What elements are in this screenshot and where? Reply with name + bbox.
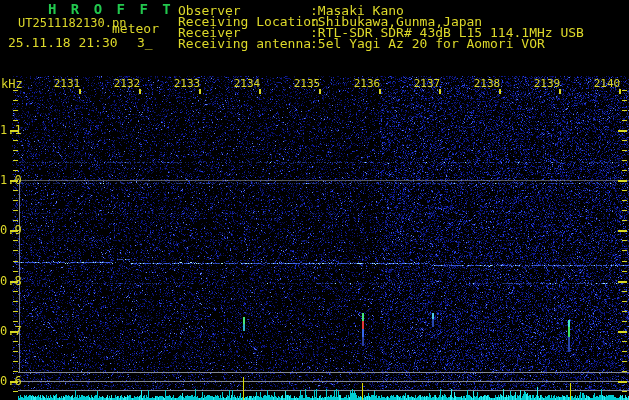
y-axis-unit-label: kHz xyxy=(1,77,23,91)
info-label-antenna: Receiving antenna xyxy=(178,36,311,51)
x-axis-label: 2139 xyxy=(531,77,563,90)
x-axis-label: 2131 xyxy=(51,77,83,90)
x-axis-label: 2135 xyxy=(291,77,323,90)
info-row-antenna: Receiving antenna :5el Yagi Az 20 for Ao… xyxy=(0,36,629,48)
x-axis-label: 2132 xyxy=(111,77,143,90)
y-axis-label: 1.0 xyxy=(0,173,17,187)
x-axis-label: 2136 xyxy=(351,77,383,90)
hrofft-screen: H R O F F T UT2511182130.pn meteor 25.11… xyxy=(0,0,629,400)
y-axis-label: 0.6 xyxy=(0,374,17,388)
x-axis-label: 2133 xyxy=(171,77,203,90)
y-axis-label: 0.8 xyxy=(0,274,17,288)
y-axis-label: 1.1 xyxy=(0,123,17,137)
info-value-antenna: :5el Yagi Az 20 for Aomori VOR xyxy=(310,36,545,51)
x-axis-label: 2134 xyxy=(231,77,263,90)
y-axis-label: 0.7 xyxy=(0,324,17,338)
x-axis-label: 2137 xyxy=(411,77,443,90)
y-axis-label: 0.9 xyxy=(0,223,17,237)
x-axis-label: 2138 xyxy=(471,77,503,90)
x-axis-label: 2140 xyxy=(591,77,623,90)
spectrogram-canvas xyxy=(0,0,629,400)
